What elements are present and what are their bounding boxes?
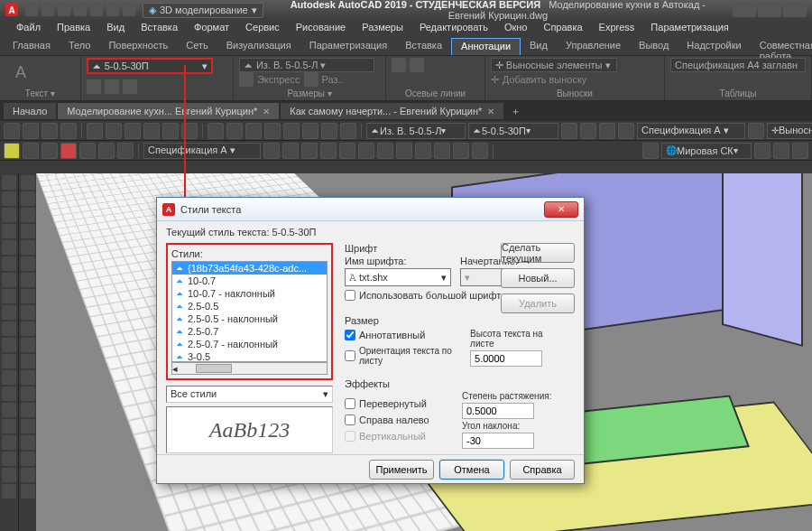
tb-icon[interactable]: [580, 123, 596, 139]
ribbon-tab[interactable]: Вид: [521, 38, 557, 55]
tb-icon[interactable]: [60, 143, 77, 159]
tb-icon[interactable]: [754, 143, 770, 159]
tb-icon[interactable]: [453, 143, 469, 159]
tool-icon[interactable]: [21, 321, 35, 336]
tb-icon[interactable]: [377, 143, 393, 159]
centerline-icon[interactable]: [410, 58, 424, 72]
tb-icon[interactable]: [396, 143, 412, 159]
menu-item[interactable]: Редактировать: [412, 20, 495, 38]
styles-listbox[interactable]: {18b73a54fa43-428c-adc... 10-0.7 10-0.7 …: [171, 261, 328, 362]
scale-icon[interactable]: [123, 79, 137, 94]
menu-item[interactable]: Вставка: [134, 20, 185, 38]
find-icon[interactable]: [87, 79, 101, 94]
tb-icon[interactable]: [415, 143, 431, 159]
tool-icon[interactable]: [2, 224, 16, 238]
apply-button[interactable]: Применить: [369, 460, 434, 480]
tb-icon[interactable]: [748, 123, 764, 139]
cancel-button[interactable]: Отмена: [439, 460, 504, 480]
new-button[interactable]: Новый...: [501, 268, 575, 288]
list-item[interactable]: 10-0.7: [172, 275, 327, 287]
layer-dropdown[interactable]: Спецификация А ▾: [143, 143, 261, 159]
tb-icon[interactable]: [302, 123, 318, 139]
menu-item[interactable]: Правка: [50, 20, 97, 38]
list-item[interactable]: 3-0.5: [172, 350, 327, 362]
tool-icon[interactable]: [2, 419, 16, 433]
tb-icon[interactable]: [143, 123, 160, 139]
delete-button[interactable]: Удалить: [501, 293, 575, 313]
close-icon[interactable]: [783, 3, 807, 17]
tool-icon[interactable]: [21, 273, 35, 287]
rtl-checkbox[interactable]: Справа налево: [345, 415, 453, 425]
tb-icon[interactable]: [23, 123, 39, 139]
tb-icon[interactable]: [4, 143, 20, 159]
tool-icon[interactable]: [21, 370, 35, 385]
workspace-dropdown[interactable]: 3D моделирование ▾: [143, 3, 263, 18]
dim-icon[interactable]: [304, 72, 318, 87]
tool-icon[interactable]: [21, 435, 35, 450]
tool-icon[interactable]: [2, 289, 16, 303]
dim-icon[interactable]: [239, 72, 254, 87]
tb-icon[interactable]: [79, 143, 96, 159]
tool-icon[interactable]: [21, 224, 35, 238]
tb-icon[interactable]: [618, 123, 634, 139]
qat-icon[interactable]: [106, 4, 119, 16]
style-dropdown[interactable]: ⏶ Из. В. 5-0.5-Л ▾: [366, 123, 466, 139]
tool-icon[interactable]: [2, 403, 16, 417]
table-style-dropdown[interactable]: Спецификация А4 заглавн: [670, 58, 806, 72]
ribbon-tab[interactable]: Сеть: [177, 38, 217, 55]
tool-icon[interactable]: [2, 321, 16, 336]
tb-icon[interactable]: [60, 123, 77, 139]
list-item[interactable]: {18b73a54fa43-428c-adc...: [172, 262, 327, 275]
qat-icon[interactable]: [74, 4, 87, 16]
ribbon-tab[interactable]: Поверхность: [99, 38, 177, 55]
tb-icon[interactable]: [226, 123, 243, 139]
tool-icon[interactable]: [21, 354, 35, 368]
height-input[interactable]: [470, 350, 542, 367]
tool-icon[interactable]: [2, 452, 16, 466]
list-item[interactable]: 2.5-0.5 - наклонный: [172, 312, 327, 325]
tb-icon[interactable]: [561, 123, 577, 139]
qat-icon[interactable]: [25, 4, 38, 16]
tool-icon[interactable]: [2, 208, 16, 222]
tool-icon[interactable]: [2, 273, 16, 287]
menu-item[interactable]: Размеры: [355, 20, 411, 38]
tool-icon[interactable]: [2, 338, 16, 352]
tb-icon[interactable]: [42, 143, 58, 159]
spell-icon[interactable]: [105, 79, 119, 94]
tool-icon[interactable]: [21, 175, 35, 190]
tool-icon[interactable]: [21, 403, 35, 417]
ribbon-tab[interactable]: Совместная работа: [751, 38, 812, 55]
menu-item[interactable]: Рисование: [289, 20, 353, 38]
tool-icon[interactable]: [2, 484, 16, 498]
menu-item[interactable]: Сервис: [238, 20, 287, 38]
tool-icon[interactable]: [21, 387, 35, 401]
app-logo[interactable]: A: [5, 4, 18, 16]
tb-icon[interactable]: [792, 143, 808, 159]
tb-icon[interactable]: [642, 143, 659, 159]
filter-dropdown[interactable]: Все стили▾: [166, 386, 333, 403]
tool-icon[interactable]: [2, 240, 16, 255]
tool-icon[interactable]: [2, 191, 16, 206]
orientation-checkbox[interactable]: Ориентация текста по листу: [345, 346, 461, 366]
doc-tab[interactable]: Моделирование кухн... Евгений Курицин*✕: [58, 103, 279, 119]
menu-item[interactable]: Файл: [9, 20, 48, 38]
tool-icon[interactable]: [21, 305, 35, 320]
ucs-dropdown[interactable]: 🌐 Мировая СК ▾: [661, 143, 752, 159]
dialog-titlebar[interactable]: A Стили текста ✕: [157, 198, 584, 221]
dialog-close-button[interactable]: ✕: [544, 201, 578, 218]
vertical-checkbox[interactable]: Вертикальный: [345, 431, 453, 442]
upside-checkbox[interactable]: Перевернутый: [345, 398, 453, 409]
tb-icon[interactable]: [98, 143, 115, 159]
dim-style-dropdown[interactable]: ⏶ Из. В. 5-0.5-Л ▾: [239, 58, 374, 72]
doc-tab[interactable]: Как самому начерти... - Евгений Курицин*…: [281, 103, 503, 119]
tb-icon[interactable]: [599, 123, 615, 139]
horizontal-scrollbar[interactable]: ◂: [171, 362, 328, 375]
tb-icon[interactable]: [264, 123, 281, 139]
style-dropdown[interactable]: ⏶ 5-0.5-30П ▾: [468, 123, 558, 139]
tb-icon[interactable]: [42, 123, 58, 139]
ribbon-tab[interactable]: Вывод: [630, 38, 678, 55]
tb-icon[interactable]: [245, 123, 262, 139]
tb-icon[interactable]: [472, 143, 488, 159]
tb-icon[interactable]: [208, 123, 224, 139]
help-button[interactable]: Справка: [510, 460, 575, 480]
